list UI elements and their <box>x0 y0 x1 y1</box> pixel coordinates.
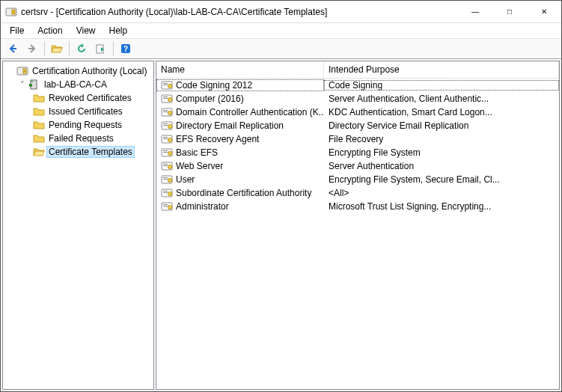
list-row[interactable]: AdministratorMicrosoft Trust List Signin… <box>156 200 559 213</box>
certificate-icon <box>161 200 173 212</box>
expander-icon[interactable]: ˅ <box>16 80 28 90</box>
cell-purpose: Encrypting File System, Secure Email, Cl… <box>324 174 559 185</box>
tree-item-label: Issued Certificates <box>47 106 124 117</box>
tree-item[interactable]: Failed Requests <box>4 132 152 145</box>
cell-purpose: <All> <box>324 188 559 198</box>
tree-item-label: Failed Requests <box>47 133 115 144</box>
cell-name: Web Server <box>156 160 324 172</box>
folder-icon <box>33 105 45 117</box>
back-button[interactable] <box>4 40 22 58</box>
toolbar-separator <box>69 41 70 56</box>
cell-purpose: Microsoft Trust List Signing, Encrypting… <box>324 201 559 212</box>
cell-name-text: Computer (2016) <box>176 94 244 104</box>
folder-open-icon <box>33 146 45 158</box>
toolbar-separator <box>44 41 45 56</box>
list-row[interactable]: Web ServerServer Authentication <box>156 159 559 173</box>
cell-name: EFS Recovery Agent <box>156 133 324 145</box>
cell-purpose: KDC Authentication, Smart Card Logon... <box>324 107 559 117</box>
tree-item-label: Certificate Templates <box>47 147 134 157</box>
maximize-button[interactable]: □ <box>492 1 527 22</box>
column-header-purpose[interactable]: Intended Purpose <box>324 61 559 78</box>
help-button[interactable] <box>117 40 135 58</box>
cell-name: Computer (2016) <box>156 93 324 105</box>
minimize-button[interactable]: — <box>458 1 492 22</box>
cell-name-text: Basic EFS <box>176 147 218 158</box>
certificate-icon <box>161 133 173 145</box>
list-row[interactable]: Subordinate Certification Authority<All> <box>156 186 559 200</box>
certificate-icon <box>161 147 173 159</box>
column-header-name[interactable]: Name <box>156 61 324 78</box>
list-row[interactable]: Code Signing 2012Code Signing <box>156 79 559 92</box>
close-button[interactable]: ✕ <box>527 1 561 22</box>
tree-ca-label: lab-LAB-CA-CA <box>43 79 109 90</box>
ca-icon <box>16 65 28 77</box>
certificate-icon <box>161 187 173 199</box>
forward-button[interactable] <box>23 40 41 58</box>
toolbar <box>1 38 561 59</box>
cell-purpose: Server Authentication <box>324 161 559 171</box>
list-header: Name Intended Purpose <box>156 61 559 79</box>
cell-name: Directory Email Replication <box>156 120 324 132</box>
cell-name-text: EFS Recovery Agent <box>176 134 259 144</box>
tree-item[interactable]: Revoked Certificates <box>4 91 152 105</box>
window-title: certsrv - [Certification Authority (Loca… <box>21 7 458 17</box>
scope-tree[interactable]: Certification Authority (Local) ˅ lab-LA… <box>2 61 154 390</box>
menu-action[interactable]: Action <box>31 25 68 37</box>
cell-purpose: Server Authentication, Client Authentic.… <box>324 94 559 104</box>
toolbar-separator <box>113 41 114 56</box>
list-row[interactable]: Directory Email ReplicationDirectory Ser… <box>156 119 559 132</box>
cell-name-text: Subordinate Certification Authority <box>176 188 311 198</box>
menu-file[interactable]: File <box>4 25 30 37</box>
certificate-icon <box>161 160 173 172</box>
refresh-button[interactable] <box>73 40 91 58</box>
main-window: certsrv - [Certification Authority (Loca… <box>0 0 562 392</box>
menu-view[interactable]: View <box>70 25 102 37</box>
certificate-icon <box>161 93 173 105</box>
up-button[interactable] <box>48 40 66 58</box>
cell-purpose: Code Signing <box>324 80 559 91</box>
list-row[interactable]: Basic EFSEncrypting File System <box>156 146 559 159</box>
cell-purpose: File Recovery <box>324 134 559 144</box>
cell-name: Code Signing 2012 <box>156 79 324 91</box>
list-row[interactable]: Computer (2016)Server Authentication, Cl… <box>156 92 559 105</box>
folder-icon <box>33 132 45 144</box>
tree-item[interactable]: Issued Certificates <box>4 105 152 118</box>
cell-name: Basic EFS <box>156 147 324 159</box>
export-button[interactable] <box>92 40 110 58</box>
cell-name-text: User <box>176 174 195 185</box>
list-row[interactable]: EFS Recovery AgentFile Recovery <box>156 132 559 146</box>
certificate-icon <box>161 79 173 91</box>
tree-item-label: Revoked Certificates <box>47 93 133 103</box>
cell-name: Subordinate Certification Authority <box>156 187 324 199</box>
list-row[interactable]: Domain Controller Authentication (K...KD… <box>156 105 559 119</box>
tree-root[interactable]: Certification Authority (Local) <box>4 64 152 78</box>
content-area: Certification Authority (Local) ˅ lab-LA… <box>1 59 561 391</box>
folder-icon <box>33 92 45 104</box>
cell-name-text: Code Signing 2012 <box>176 80 252 91</box>
cell-purpose: Directory Service Email Replication <box>324 120 559 131</box>
menubar: File Action View Help <box>1 23 561 38</box>
folder-icon <box>33 119 45 131</box>
server-icon <box>28 79 40 91</box>
certificate-icon <box>161 120 173 132</box>
cell-name-text: Domain Controller Authentication (K... <box>176 107 324 117</box>
cell-name: User <box>156 174 324 186</box>
cell-name-text: Administrator <box>176 201 229 212</box>
menu-help[interactable]: Help <box>103 25 134 37</box>
tree-ca[interactable]: ˅ lab-LAB-CA-CA <box>4 78 152 91</box>
titlebar: certsrv - [Certification Authority (Loca… <box>1 1 561 23</box>
window-controls: — □ ✕ <box>458 1 561 22</box>
results-list[interactable]: Name Intended Purpose Code Signing 2012C… <box>156 61 560 390</box>
certificate-icon <box>161 174 173 186</box>
cell-name-text: Directory Email Replication <box>176 120 284 131</box>
list-row[interactable]: UserEncrypting File System, Secure Email… <box>156 173 559 186</box>
tree-item[interactable]: Pending Requests <box>4 118 152 132</box>
certificate-icon <box>161 106 173 118</box>
cell-name-text: Web Server <box>176 161 223 171</box>
tree-root-label: Certification Authority (Local) <box>31 66 148 76</box>
cell-purpose: Encrypting File System <box>324 147 559 158</box>
cell-name: Domain Controller Authentication (K... <box>156 106 324 118</box>
cell-name: Administrator <box>156 200 324 212</box>
tree-item[interactable]: Certificate Templates <box>4 145 152 159</box>
app-icon <box>5 6 17 18</box>
